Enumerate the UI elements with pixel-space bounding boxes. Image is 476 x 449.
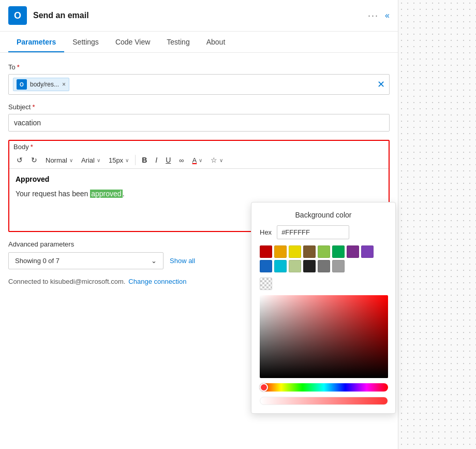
- tag-icon: O: [17, 79, 27, 90]
- undo-button[interactable]: ↺: [13, 154, 26, 166]
- swatch-gray[interactable]: [332, 260, 345, 272]
- body-text-after: .: [123, 190, 125, 198]
- size-label: 15px: [109, 156, 123, 164]
- opacity-slider[interactable]: [260, 397, 388, 405]
- color-swatches: [260, 245, 387, 272]
- gradient-canvas[interactable]: [260, 295, 388, 378]
- change-connection-link[interactable]: Change connection: [128, 278, 186, 285]
- link-button[interactable]: ∞: [176, 154, 187, 166]
- bg-color-icon: ☆: [211, 156, 217, 164]
- collapse-button[interactable]: «: [385, 11, 390, 20]
- body-heading: Approved: [16, 175, 334, 183]
- body-text: Your request has been approved.: [16, 190, 334, 198]
- font-label: Arial: [81, 156, 95, 164]
- swatch-blue[interactable]: [260, 260, 272, 272]
- app-icon-letter: O: [14, 10, 21, 21]
- header-actions: ··· «: [368, 10, 390, 21]
- font-dropdown[interactable]: Arial ∨: [78, 155, 103, 166]
- page-title: Send an email: [33, 11, 368, 20]
- bg-color-dropdown[interactable]: ☆ ∨: [207, 154, 226, 166]
- hex-row: Hex: [260, 225, 387, 239]
- redo-button[interactable]: ↻: [28, 154, 40, 166]
- hex-input[interactable]: [277, 225, 349, 239]
- swatch-black[interactable]: [303, 260, 316, 272]
- more-options-button[interactable]: ···: [368, 10, 379, 21]
- swatch-yellow[interactable]: [289, 245, 301, 258]
- tab-parameters[interactable]: Parameters: [8, 32, 64, 52]
- subject-required-star: *: [32, 103, 35, 111]
- tab-about[interactable]: About: [198, 32, 234, 52]
- link-icon: ∞: [179, 156, 184, 164]
- subject-input[interactable]: [8, 114, 390, 132]
- connected-text: Connected to kisubedi@microsoft.com.: [8, 278, 125, 285]
- swatch-orange[interactable]: [274, 245, 287, 258]
- bold-button[interactable]: B: [139, 154, 150, 166]
- color-picker-popup: Background color Hex: [251, 202, 396, 414]
- to-clear-button[interactable]: ✕: [377, 79, 385, 90]
- tab-testing[interactable]: Testing: [158, 32, 198, 52]
- to-input-field[interactable]: O body/res... × ✕: [8, 74, 390, 95]
- to-label: To *: [8, 63, 390, 71]
- swatch-brown[interactable]: [303, 245, 316, 258]
- body-toolbar: ↺ ↻ Normal ∨ Arial ∨ 15px ∨ B: [9, 152, 389, 169]
- style-chevron-icon: ∨: [69, 157, 73, 163]
- italic-button[interactable]: I: [152, 154, 160, 166]
- showing-chevron-icon: ⌄: [151, 257, 157, 265]
- style-dropdown[interactable]: Normal ∨: [42, 155, 76, 166]
- style-label: Normal: [46, 156, 67, 164]
- swatch-purple[interactable]: [347, 245, 359, 258]
- swatch-dark-red[interactable]: [260, 245, 272, 258]
- hex-label: Hex: [260, 228, 272, 236]
- size-dropdown[interactable]: 15px ∨: [106, 155, 132, 166]
- to-tag: O body/res... ×: [13, 78, 69, 91]
- font-color-chevron-icon: ∨: [199, 157, 202, 163]
- font-color-dropdown[interactable]: A ∨: [189, 155, 206, 166]
- tab-codeview[interactable]: Code View: [107, 32, 158, 52]
- swatch-light-green[interactable]: [318, 245, 330, 258]
- body-highlight: approved: [90, 190, 122, 198]
- showing-dropdown[interactable]: Showing 0 of 7 ⌄: [8, 252, 163, 269]
- subject-label: Subject *: [8, 103, 390, 111]
- toolbar-sep-1: [135, 155, 136, 165]
- side-panel: [398, 0, 476, 449]
- swatch-cyan[interactable]: [274, 260, 287, 272]
- underline-button[interactable]: U: [162, 154, 174, 166]
- tag-remove-button[interactable]: ×: [62, 81, 66, 88]
- to-required-star: *: [17, 63, 20, 71]
- font-chevron-icon: ∨: [97, 157, 100, 163]
- swatch-dark-gray[interactable]: [318, 260, 330, 272]
- bg-color-chevron-icon: ∨: [219, 157, 223, 163]
- font-color-label: A: [192, 156, 197, 164]
- tab-settings[interactable]: Settings: [64, 32, 107, 52]
- hue-thumb[interactable]: [260, 383, 268, 392]
- body-required-star: *: [31, 143, 33, 151]
- header: O Send an email ··· «: [0, 0, 398, 32]
- tab-bar: Parameters Settings Code View Testing Ab…: [0, 32, 398, 53]
- body-label: Body: [13, 143, 29, 151]
- color-picker-title: Background color: [260, 211, 387, 219]
- color-swatches-row2: [260, 278, 387, 290]
- swatch-violet[interactable]: [361, 245, 374, 258]
- swatch-lime[interactable]: [289, 260, 301, 272]
- swatch-transparent[interactable]: [260, 278, 272, 290]
- app-icon: O: [8, 6, 27, 25]
- body-text-before: Your request has been: [16, 190, 90, 198]
- show-all-link[interactable]: Show all: [170, 257, 195, 265]
- swatch-green[interactable]: [332, 245, 345, 258]
- hue-slider[interactable]: [260, 383, 388, 392]
- size-chevron-icon: ∨: [125, 157, 129, 163]
- tag-label: body/res...: [30, 81, 59, 88]
- showing-label: Showing 0 of 7: [15, 257, 60, 265]
- body-label-row: Body *: [9, 141, 389, 152]
